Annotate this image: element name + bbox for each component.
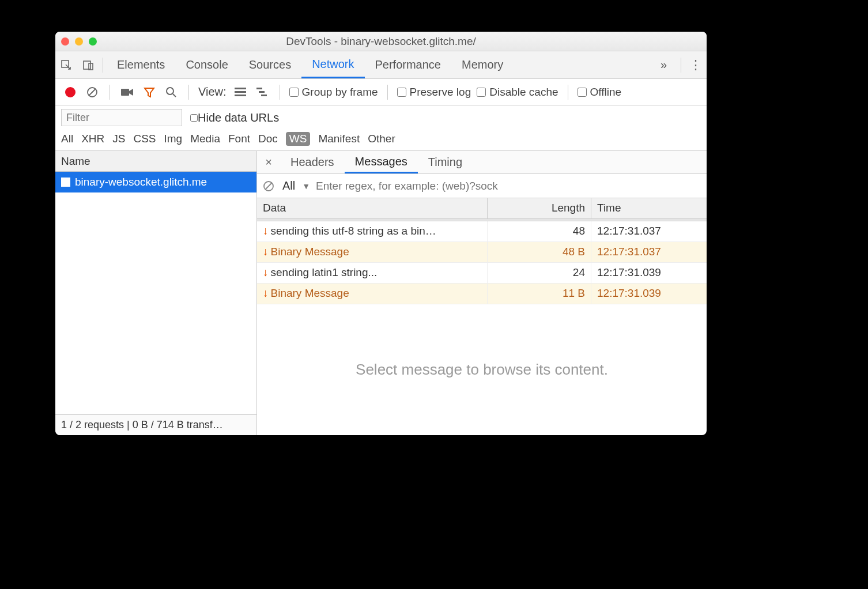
more-tabs-button[interactable]: »: [650, 58, 677, 71]
arrow-down-icon: ↓: [263, 225, 269, 237]
message-data: ↓sending latin1 string...: [257, 263, 488, 283]
message-row[interactable]: ↓sending this utf-8 string as a bin…4812…: [257, 221, 707, 242]
close-icon[interactable]: ×: [257, 156, 280, 169]
type-filter-js[interactable]: JS: [112, 133, 125, 145]
requests-header: Name: [55, 151, 256, 172]
preserve-log-checkbox[interactable]: Preserve log: [397, 86, 471, 99]
svg-line-4: [89, 89, 96, 96]
divider: [188, 85, 189, 100]
tab-sources[interactable]: Sources: [239, 51, 301, 78]
search-icon[interactable]: [163, 84, 179, 100]
message-row[interactable]: ↓Binary Message48 B12:17:31.037: [257, 242, 707, 263]
window-title: DevTools - binary-websocket.glitch.me/: [55, 35, 707, 48]
clear-icon[interactable]: [84, 84, 100, 100]
detail-tab-timing[interactable]: Timing: [418, 151, 473, 173]
view-label: View:: [198, 85, 227, 99]
message-length: 24: [488, 263, 591, 283]
type-filter-xhr[interactable]: XHR: [81, 133, 104, 145]
svg-rect-5: [121, 89, 129, 96]
clear-messages-icon[interactable]: [263, 180, 277, 192]
message-data: ↓Binary Message: [257, 284, 488, 304]
titlebar: DevTools - binary-websocket.glitch.me/: [55, 32, 707, 51]
tab-network[interactable]: Network: [301, 51, 364, 78]
requests-footer: 1 / 2 requests | 0 B / 714 B transf…: [55, 414, 256, 435]
type-filter-doc[interactable]: Doc: [258, 133, 278, 145]
type-filter-img[interactable]: Img: [164, 133, 183, 145]
message-time: 12:17:31.037: [591, 242, 707, 262]
tab-performance[interactable]: Performance: [365, 51, 452, 78]
message-data: ↓Binary Message: [257, 242, 488, 262]
filter-input[interactable]: [61, 109, 182, 126]
message-content-placeholder: Select message to browse its content.: [257, 304, 707, 435]
hide-data-urls-checkbox[interactable]: Hide data URLs: [190, 111, 279, 124]
tabs-overflow: » ⋮: [650, 54, 707, 76]
request-name: binary-websocket.glitch.me: [75, 176, 207, 188]
divider: [110, 85, 110, 100]
type-filter-other[interactable]: Other: [368, 133, 395, 145]
divider: [568, 85, 568, 100]
kebab-menu-icon[interactable]: ⋮: [685, 54, 707, 76]
svg-rect-1: [84, 61, 90, 69]
type-filter-ws[interactable]: WS: [286, 132, 311, 146]
column-time[interactable]: Time: [591, 198, 707, 218]
svg-rect-13: [261, 95, 267, 96]
message-length: 48: [488, 221, 591, 241]
filter-icon[interactable]: [141, 84, 157, 100]
detail-tab-messages[interactable]: Messages: [345, 151, 418, 173]
request-row[interactable]: binary-websocket.glitch.me: [55, 172, 256, 192]
message-length: 48 B: [488, 242, 591, 262]
svg-line-15: [265, 183, 272, 190]
file-icon: [61, 178, 70, 187]
device-toolbar-icon[interactable]: [77, 54, 99, 76]
camera-icon[interactable]: [119, 84, 135, 100]
column-data[interactable]: Data: [257, 198, 488, 218]
offline-checkbox[interactable]: Offline: [578, 86, 622, 99]
detail-tab-headers[interactable]: Headers: [280, 151, 345, 173]
divider: [280, 85, 280, 100]
messages-filter-bar: All ▼: [257, 174, 707, 198]
chevron-down-icon: ▼: [302, 182, 310, 191]
arrow-down-icon: ↓: [263, 266, 269, 278]
messages-header-row: Data Length Time: [257, 198, 707, 219]
arrow-down-icon: ↓: [263, 287, 269, 299]
content-area: Name binary-websocket.glitch.me 1 / 2 re…: [55, 151, 707, 435]
disable-cache-checkbox[interactable]: Disable cache: [477, 86, 558, 99]
detail-pane: × HeadersMessagesTiming All ▼ Data Lengt…: [257, 151, 707, 435]
group-by-frame-checkbox[interactable]: Group by frame: [289, 86, 378, 99]
type-filter-css[interactable]: CSS: [133, 133, 156, 145]
tab-elements[interactable]: Elements: [107, 51, 175, 78]
network-toolbar: View: Group by frame Preserve log Disabl…: [55, 79, 707, 105]
message-row[interactable]: ↓sending latin1 string...2412:17:31.039: [257, 263, 707, 284]
messages-scope-select[interactable]: All ▼: [282, 179, 310, 192]
svg-rect-10: [235, 95, 246, 96]
column-length[interactable]: Length: [488, 198, 591, 218]
inspect-element-icon[interactable]: [55, 54, 77, 76]
arrow-down-icon: ↓: [263, 246, 269, 258]
filter-bar: Hide data URLs AllXHRJSCSSImgMediaFontDo…: [55, 105, 707, 151]
record-button[interactable]: [62, 84, 78, 100]
type-filter-media[interactable]: Media: [190, 133, 220, 145]
large-rows-icon[interactable]: [232, 84, 248, 100]
requests-pane: Name binary-websocket.glitch.me 1 / 2 re…: [55, 151, 257, 435]
devtools-window: DevTools - binary-websocket.glitch.me/ E…: [55, 32, 707, 435]
detail-tabs: × HeadersMessagesTiming: [257, 151, 707, 174]
waterfall-icon[interactable]: [254, 84, 270, 100]
svg-rect-12: [259, 91, 265, 93]
type-filter-all[interactable]: All: [61, 133, 73, 145]
svg-rect-8: [235, 88, 246, 89]
svg-line-7: [173, 94, 176, 97]
message-time: 12:17:31.037: [591, 221, 707, 241]
type-filter-manifest[interactable]: Manifest: [318, 133, 360, 145]
tab-console[interactable]: Console: [175, 51, 238, 78]
divider: [103, 58, 103, 73]
messages-regex-input[interactable]: [316, 180, 701, 192]
tab-memory[interactable]: Memory: [451, 51, 514, 78]
svg-rect-11: [256, 88, 262, 89]
resource-type-filters: AllXHRJSCSSImgMediaFontDocWSManifestOthe…: [55, 130, 707, 150]
message-row[interactable]: ↓Binary Message11 B12:17:31.039: [257, 284, 707, 304]
svg-point-6: [167, 88, 173, 95]
message-length: 11 B: [488, 284, 591, 304]
message-data: ↓sending this utf-8 string as a bin…: [257, 221, 488, 241]
type-filter-font[interactable]: Font: [228, 133, 250, 145]
message-time: 12:17:31.039: [591, 263, 707, 283]
